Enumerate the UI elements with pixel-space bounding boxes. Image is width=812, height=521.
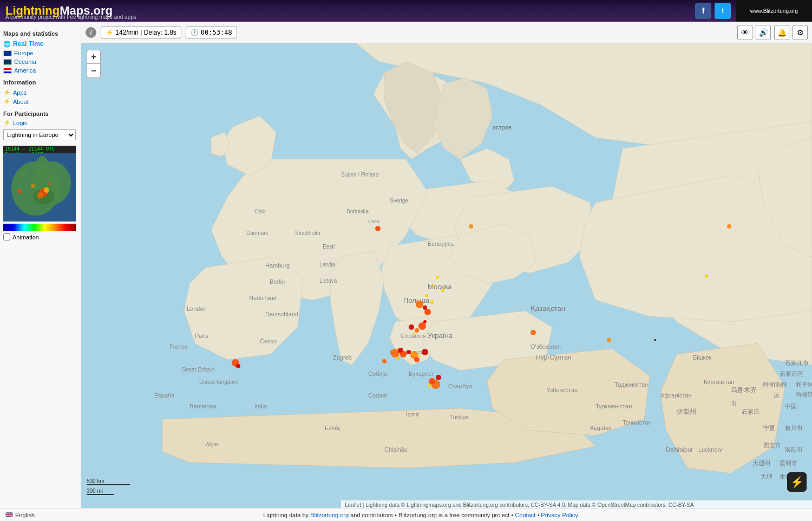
map-toolbar: i ⚡ 142/min | Delay: 1.8s 🕐 00:53:48 👁 🔊… — [81, 22, 812, 43]
svg-point-105 — [382, 359, 387, 363]
svg-text:市: 市 — [731, 400, 737, 407]
sidebar-item-america[interactable]: America — [3, 66, 77, 75]
svg-text:Danmark: Danmark — [246, 230, 269, 236]
svg-text:Chisinău: Chisinău — [384, 446, 408, 453]
information-title: Information — [3, 79, 77, 86]
america-label[interactable]: America — [14, 67, 36, 74]
svg-text:Узбекистан: Узбекистан — [547, 387, 578, 393]
svg-point-118 — [607, 338, 611, 342]
blitzortung-banner[interactable]: www.Blitzortung.org — [736, 0, 812, 22]
bell-button[interactable]: 🔔 — [774, 25, 789, 40]
svg-text:Türkiye: Türkiye — [449, 414, 469, 420]
svg-point-5 — [21, 169, 27, 179]
svg-text:Туркменістан: Туркменістан — [595, 403, 632, 409]
privacy-link[interactable]: Privacy Policy — [541, 512, 578, 518]
region-dropdown[interactable]: Lightning in Europe Lightning in Asia Li… — [3, 129, 76, 140]
blitzortung-link[interactable]: Blitzortung.org — [310, 512, 349, 518]
svg-text:Нур-Султан: Нур-Султан — [536, 354, 571, 361]
sidebar-item-about[interactable]: ⚡ About — [3, 97, 77, 106]
speaker-button[interactable]: 🔊 — [756, 25, 771, 40]
svg-point-11 — [17, 189, 22, 193]
svg-text:石家庄: 石家庄 — [742, 408, 759, 415]
svg-text:Стамбул: Стамбул — [448, 383, 472, 389]
sidebar-item-europe[interactable]: Europe — [3, 49, 77, 57]
animation-label: Animation — [12, 234, 39, 240]
svg-rect-122 — [87, 484, 130, 485]
map-area[interactable]: остров Suomi / Finland Sverige Bottniska… — [81, 43, 812, 508]
flag-icon: 🇬🇧 — [5, 511, 13, 518]
oc-flag-icon — [3, 59, 12, 65]
mini-map-svg — [3, 153, 76, 222]
svg-point-112 — [469, 224, 473, 229]
svg-text:Great Britain: Great Britain — [181, 366, 215, 373]
svg-point-100 — [407, 350, 411, 354]
main-layout: Maps and statistics 🌐 Real Time Europe O… — [0, 22, 812, 508]
svg-point-95 — [413, 333, 415, 335]
svg-text:洛阳市: 洛阳市 — [785, 446, 803, 453]
svg-point-8 — [44, 187, 49, 193]
svg-point-4 — [36, 156, 49, 178]
about-label[interactable]: About — [13, 99, 29, 105]
zoom-out-button[interactable]: − — [87, 64, 101, 78]
zoom-in-button[interactable]: + — [87, 50, 101, 64]
realtime-label[interactable]: Real Time — [13, 40, 43, 48]
settings-button[interactable]: ⚙ — [793, 25, 808, 40]
svg-point-120 — [705, 275, 708, 278]
twitter-icon[interactable]: t — [715, 3, 731, 19]
svg-text:Hamburg: Hamburg — [265, 262, 290, 269]
svg-text:Ελλάς: Ελλάς — [325, 425, 341, 431]
animation-row: Animation — [3, 233, 77, 240]
login-label[interactable]: Login — [13, 120, 28, 126]
facebook-icon[interactable]: f — [695, 3, 711, 19]
svg-point-113 — [531, 330, 536, 335]
svg-point-98 — [400, 351, 407, 357]
svg-text:İzmir: İzmir — [406, 411, 419, 418]
language-label[interactable]: English — [15, 512, 35, 518]
tagline: A community project with free lightning … — [5, 14, 136, 20]
svg-text:500 km: 500 km — [87, 478, 104, 484]
svg-text:Stockholm: Stockholm — [295, 230, 320, 236]
footer: 🇬🇧 English Lightning data by Blitzortung… — [0, 508, 812, 521]
oceania-label[interactable]: Oceania — [14, 58, 36, 65]
svg-text:Беларусь: Беларусь — [428, 240, 454, 247]
animation-checkbox[interactable] — [3, 233, 10, 240]
apps-label[interactable]: Apps — [13, 89, 27, 96]
globe-icon: 🌐 — [3, 41, 11, 48]
blitz-label: www.Blitzortung.org — [750, 8, 798, 14]
info-button[interactable]: i — [86, 27, 96, 38]
lightning-stats: ⚡ 142/min | Delay: 1.8s — [101, 27, 181, 38]
svg-point-89 — [424, 309, 431, 315]
sidebar-item-realtime[interactable]: 🌐 Real Time — [3, 39, 77, 49]
language-selector[interactable]: 🇬🇧 English — [5, 511, 35, 518]
map-container: i ⚡ 142/min | Delay: 1.8s 🕐 00:53:48 👁 🔊… — [81, 22, 812, 508]
lightning-app-icon[interactable]: ⚡ — [787, 472, 807, 492]
svg-point-92 — [415, 328, 419, 333]
svg-text:宁夏: 宁夏 — [763, 425, 775, 431]
svg-text:Бішкек: Бішкек — [693, 354, 712, 361]
apps-icon: ⚡ — [3, 89, 11, 96]
sidebar-item-login[interactable]: ⚡ Login — [3, 119, 77, 126]
toolbar-right: 👁 🔊 🔔 ⚙ — [737, 25, 808, 40]
svg-text:О'збекiston: О'збекiston — [531, 343, 561, 350]
svg-point-94 — [423, 320, 427, 323]
svg-text:区: 区 — [774, 392, 780, 399]
svg-point-91 — [409, 324, 414, 330]
svg-text:Lucknow: Lucknow — [698, 446, 722, 453]
svg-text:Leaflet | Lightning data © Lig: Leaflet | Lightning data © Lightningmaps… — [345, 502, 694, 508]
svg-text:大理州: 大理州 — [752, 460, 770, 466]
svg-point-117 — [425, 294, 428, 297]
europe-label[interactable]: Europe — [14, 50, 33, 56]
eye-button[interactable]: 👁 — [737, 25, 752, 40]
svg-text:United Kingdom: United Kingdom — [199, 379, 238, 385]
svg-point-109 — [436, 375, 441, 380]
sidebar-item-oceania[interactable]: Oceania — [3, 57, 77, 66]
svg-text:乌鲁木齐: 乌鲁木齐 — [731, 386, 757, 394]
sidebar-item-apps[interactable]: ⚡ Apps — [3, 88, 77, 97]
svg-text:Қазақстан: Қазақстан — [531, 304, 565, 312]
svg-point-119 — [727, 224, 731, 229]
footer-text2: and contributors • Blitzortung.org is a … — [350, 512, 513, 518]
svg-text:Jaipur: Jaipur — [677, 446, 693, 453]
svg-text:中国: 中国 — [785, 403, 797, 409]
svg-point-104 — [422, 349, 428, 355]
contact-link[interactable]: Contact — [515, 512, 535, 518]
